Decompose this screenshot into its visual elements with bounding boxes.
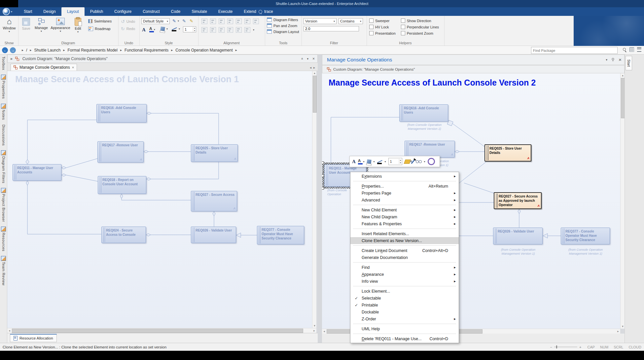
left-horizontal-scrollbar[interactable]: ◂ ▸ (7, 328, 316, 333)
pin-icon[interactable] (611, 58, 615, 62)
ribbon-tab[interactable]: Configure (109, 7, 137, 16)
context-menu-item[interactable]: Selectable (350, 295, 459, 302)
align-icon[interactable] (244, 27, 250, 33)
helper-checkbox[interactable]: HV Lock (369, 24, 396, 30)
align-icon[interactable] (227, 27, 233, 33)
context-menu-item[interactable]: Advanced (350, 197, 459, 203)
find-package-input[interactable] (531, 47, 618, 54)
context-menu-item[interactable]: New Child Diagram (350, 213, 459, 220)
requirement-node[interactable]: REQ011 - Manage User Accounts (13, 164, 61, 181)
requirement-node[interactable]: REQ377 - Console Operator Must Have Secu… (561, 228, 610, 244)
scroll-right-icon[interactable]: ▸ (616, 329, 620, 334)
requirement-node[interactable]: REQ027 - Secure Access A (191, 191, 237, 211)
ribbon-tab[interactable]: Start (18, 7, 38, 16)
tool-toggle[interactable]: Diagram Filters (267, 18, 299, 22)
scroll-left-icon[interactable]: ◂ (322, 329, 326, 334)
panel-splitter[interactable] (318, 54, 322, 343)
dock-rail-tab[interactable]: Properties (1, 75, 6, 99)
breadcrumb-item[interactable]: / (19, 48, 27, 53)
forward-button[interactable]: → (10, 47, 16, 53)
requirement-node[interactable]: REQ617 -Remove User A (405, 141, 455, 158)
helper-checkbox[interactable]: Sweeper (369, 18, 396, 24)
context-menu-item[interactable]: Z-Order (350, 315, 459, 322)
ribbon-tab[interactable]: Construct (137, 7, 165, 16)
requirement-node[interactable]: REQ377 - Console Operator Must Have Secu… (257, 226, 304, 244)
scroll-up-icon[interactable]: ▴ (312, 71, 317, 75)
requirement-node[interactable]: REQ617 -Remove User A (97, 141, 144, 162)
requirement-node[interactable]: REQ616 -Add Console Users (399, 104, 448, 122)
font-color-icon[interactable]: A (358, 159, 361, 164)
appearance-button[interactable]: Appearance▾ (50, 18, 71, 33)
helper-checkbox[interactable]: Presentation (369, 30, 396, 36)
requirement-node[interactable]: REQ616 -Add Console Users (96, 104, 147, 123)
dock-rail-tab[interactable]: Team Review (1, 256, 6, 286)
undo-button[interactable]: ↺ Undo (121, 19, 135, 24)
context-menu-item[interactable]: Insert Related Elements... (350, 230, 459, 237)
dock-rail-tab[interactable]: Notes (1, 104, 6, 120)
context-menu-item[interactable] (353, 262, 456, 263)
helper-checkbox[interactable]: Show Direction (401, 18, 439, 24)
scroll-right-icon[interactable]: ▸ (312, 329, 316, 333)
start-dock-tab[interactable]: Start (626, 56, 632, 70)
requirement-node[interactable]: REQ018 - Report on Console User Account (98, 176, 146, 194)
line-width-spinner[interactable]: 1▴▾ (183, 26, 196, 32)
context-menu-item[interactable]: Dockable (350, 308, 459, 315)
zoom-in-icon[interactable]: + (579, 345, 581, 349)
align-icon[interactable] (244, 18, 250, 24)
glasses-dropdown-icon[interactable]: ▾ (424, 160, 425, 163)
context-menu-item[interactable]: Delete 'REQ011 - Manage Use... Control+D (350, 335, 459, 342)
selection-handle[interactable] (322, 162, 324, 164)
context-menu-item[interactable] (353, 286, 456, 286)
menu-icon[interactable] (637, 47, 641, 52)
dock-rail-tab[interactable]: Discussions (2, 125, 6, 146)
align-icon[interactable] (227, 18, 233, 24)
requirement-node[interactable]: REQ024 - Secure Access to Console (101, 227, 146, 243)
dock-rail-tab[interactable]: Diagram Filters (1, 150, 6, 183)
dock-rail-tab[interactable]: Toolbox (2, 56, 6, 70)
context-menu-item[interactable] (353, 229, 456, 229)
manage-button[interactable]: Manage▾ (33, 18, 49, 33)
context-menu-item[interactable]: Properties Page (350, 190, 459, 197)
align-icon[interactable] (253, 18, 259, 24)
app-menu-button[interactable]: ▾ (3, 8, 16, 15)
font-color-button[interactable]: A▾ (149, 26, 155, 32)
ribbon-tab[interactable]: Layout (61, 7, 85, 16)
requirement-node[interactable]: REQ025 - Store User Details A (191, 144, 238, 162)
ribbon-tab[interactable]: Publish (85, 7, 109, 16)
context-menu-item[interactable]: Printable (350, 302, 459, 308)
fill-color-icon[interactable] (367, 159, 372, 164)
roadmap-button[interactable]: Roadmap (88, 26, 111, 31)
filter-operator-select[interactable]: Contains▾ (339, 18, 363, 24)
tab-close-icon[interactable]: × (72, 65, 74, 69)
collapse-icon[interactable]: » (300, 57, 304, 59)
fill-color-button[interactable]: ▾ (161, 27, 168, 31)
ribbon-tab[interactable]: Execute (213, 7, 238, 16)
line-color-dropdown-icon[interactable]: ▾ (385, 160, 386, 163)
tab-scroll-left-icon[interactable]: ◂ (310, 66, 311, 69)
close-panel-icon[interactable]: × (312, 56, 315, 61)
align-icon[interactable] (201, 18, 207, 24)
style-combo[interactable]: Default Style▾ (141, 18, 170, 24)
context-menu-item[interactable] (353, 334, 456, 334)
context-menu-item[interactable]: Lock Element... (350, 288, 459, 295)
font-icon[interactable]: A (352, 159, 356, 164)
breadcrumb-item[interactable]: Formal Requirements Model (60, 48, 117, 53)
context-menu-item[interactable]: Info view (350, 278, 459, 285)
style-copy-button[interactable]: ✎ (182, 18, 186, 23)
context-menu-item[interactable] (353, 324, 456, 324)
breadcrumb-item[interactable]: Functional Requirements (118, 48, 168, 53)
context-menu-item[interactable]: New Child Element (350, 206, 459, 213)
selection-handle[interactable] (322, 187, 324, 190)
tab-scroll-right-icon[interactable]: ▸ (313, 66, 315, 69)
ribbon-tab[interactable]: Simulate (186, 7, 213, 16)
tool-toggle[interactable]: Diagram Layout (267, 29, 299, 34)
search-icon[interactable] (623, 48, 626, 52)
context-menu-item[interactable] (353, 245, 456, 246)
redo-button[interactable]: ↻ Redo (121, 26, 135, 31)
font-color-dropdown-icon[interactable]: ▾ (363, 160, 365, 163)
requirement-node[interactable]: REQ025 - Store User Details A (484, 144, 531, 162)
save-button[interactable]: Save (19, 18, 33, 30)
filter-field-select[interactable]: Version▾ (304, 18, 337, 24)
format-painter-icon[interactable] (404, 160, 411, 164)
context-menu-item[interactable]: Appearance (350, 271, 459, 278)
